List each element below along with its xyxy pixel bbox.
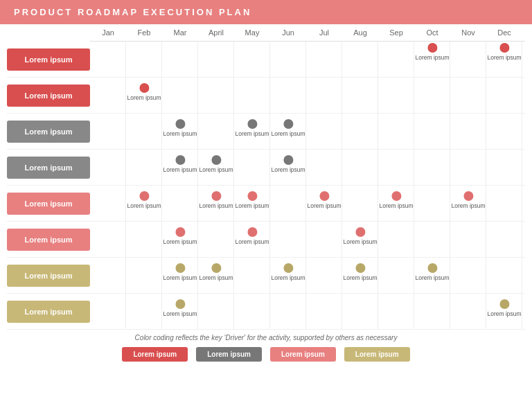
- row-content: Lorem ipsum: [90, 78, 525, 114]
- milestone-label: Lorem ipsum: [127, 94, 161, 101]
- milestone-label: Lorem ipsum: [163, 238, 197, 245]
- row-content: Lorem ipsumLorem ipsum: [90, 42, 525, 78]
- row-label: Lorem ipsum: [7, 229, 90, 251]
- milestone-dot: [499, 43, 509, 53]
- milestone: Lorem ipsum: [199, 155, 233, 173]
- table-row: Lorem ipsumLorem ipsumLorem ipsumLorem i…: [7, 222, 525, 258]
- milestone: Lorem ipsum: [163, 155, 197, 173]
- header: PRODUCT ROADMAP EXECUTION PLAN: [0, 0, 532, 24]
- milestone-dot: [139, 191, 149, 201]
- milestone: Lorem ipsum: [127, 83, 161, 101]
- milestone-label: Lorem ipsum: [127, 202, 161, 209]
- milestone-label: Lorem ipsum: [163, 274, 197, 281]
- milestone-dot: [175, 227, 185, 237]
- title: PRODUCT ROADMAP EXECUTION PLAN: [14, 7, 251, 17]
- milestone-label: Lorem ipsum: [343, 238, 377, 245]
- milestone-dot: [211, 155, 221, 165]
- month-label: Mar: [162, 24, 198, 41]
- month-label: Aug: [342, 24, 378, 41]
- milestone: Lorem ipsum: [379, 191, 413, 209]
- milestone-label: Lorem ipsum: [199, 202, 233, 209]
- milestone: Lorem ipsum: [163, 299, 197, 317]
- chart-area: JanFebMarAprilMayJunJulAugSepOctNovDec L…: [0, 24, 532, 330]
- milestone: Lorem ipsum: [271, 119, 305, 137]
- table-row: Lorem ipsumLorem ipsumLorem ipsumLorem i…: [7, 150, 525, 186]
- milestone-dot: [247, 191, 257, 201]
- gantt-body: Lorem ipsumLorem ipsumLorem ipsumLorem i…: [7, 42, 525, 330]
- milestone-dot: [175, 263, 185, 273]
- table-row: Lorem ipsumLorem ipsumLorem ipsumLorem i…: [7, 186, 525, 222]
- month-label: Oct: [414, 24, 450, 41]
- row-label: Lorem ipsum: [7, 121, 90, 143]
- milestone-dot: [139, 83, 149, 93]
- milestone-dot: [391, 191, 401, 201]
- milestone-label: Lorem ipsum: [415, 54, 449, 61]
- milestone-label: Lorem ipsum: [343, 274, 377, 281]
- table-row: Lorem ipsumLorem ipsumLorem ipsumLorem i…: [7, 258, 525, 294]
- month-label: April: [198, 24, 234, 41]
- milestone-dot: [319, 191, 329, 201]
- milestone-label: Lorem ipsum: [451, 202, 485, 209]
- month-label: Jul: [306, 24, 342, 41]
- milestone: Lorem ipsum: [307, 191, 341, 209]
- month-label: Sep: [378, 24, 414, 41]
- months-row: JanFebMarAprilMayJunJulAugSepOctNovDec: [90, 24, 525, 42]
- milestone-dot: [211, 191, 221, 201]
- legend: Lorem ipsumLorem ipsumLorem ipsumLorem i…: [0, 344, 532, 364]
- month-label: Nov: [450, 24, 486, 41]
- milestone-dot: [283, 155, 293, 165]
- month-label: Dec: [486, 24, 522, 41]
- milestone-label: Lorem ipsum: [163, 166, 197, 173]
- milestone: Lorem ipsum: [343, 227, 377, 245]
- milestone-label: Lorem ipsum: [487, 54, 521, 61]
- milestone: Lorem ipsum: [451, 191, 485, 209]
- legend-item: Lorem ipsum: [270, 347, 336, 362]
- table-row: Lorem ipsumLorem ipsumLorem ipsum: [7, 294, 525, 330]
- month-label: May: [234, 24, 270, 41]
- milestone-label: Lorem ipsum: [271, 130, 305, 137]
- row-content: Lorem ipsumLorem ipsumLorem ipsum: [90, 222, 525, 258]
- row-label: Lorem ipsum: [7, 301, 90, 323]
- milestone-dot: [175, 119, 185, 129]
- milestone-dot: [283, 263, 293, 273]
- milestone-label: Lorem ipsum: [271, 166, 305, 173]
- milestone: Lorem ipsum: [199, 263, 233, 281]
- milestone: Lorem ipsum: [343, 263, 377, 281]
- milestone-dot: [463, 191, 473, 201]
- milestone: Lorem ipsum: [415, 263, 449, 281]
- milestone-label: Lorem ipsum: [199, 166, 233, 173]
- milestone-dot: [355, 227, 365, 237]
- milestone-label: Lorem ipsum: [379, 202, 413, 209]
- milestone: Lorem ipsum: [235, 119, 269, 137]
- footer-note: Color coding reflects the key 'Driver' f…: [0, 330, 532, 344]
- milestone: Lorem ipsum: [415, 43, 449, 62]
- milestone-dot: [175, 155, 185, 165]
- milestone-label: Lorem ipsum: [235, 202, 269, 209]
- row-label: Lorem ipsum: [7, 157, 90, 179]
- milestone-label: Lorem ipsum: [235, 238, 269, 245]
- table-row: Lorem ipsumLorem ipsumLorem ipsumLorem i…: [7, 114, 525, 150]
- milestone-dot: [175, 299, 185, 309]
- milestone-dot: [427, 43, 437, 53]
- milestone-label: Lorem ipsum: [415, 274, 449, 281]
- milestone: Lorem ipsum: [127, 191, 161, 209]
- milestone: Lorem ipsum: [163, 227, 197, 245]
- month-label: Jun: [270, 24, 306, 41]
- milestone: Lorem ipsum: [487, 299, 521, 317]
- milestone: Lorem ipsum: [487, 43, 521, 62]
- milestone-label: Lorem ipsum: [487, 310, 521, 317]
- milestone-dot: [499, 299, 509, 309]
- milestone-label: Lorem ipsum: [199, 274, 233, 281]
- milestone-label: Lorem ipsum: [163, 130, 197, 137]
- row-content: Lorem ipsumLorem ipsumLorem ipsum: [90, 114, 525, 150]
- milestone: Lorem ipsum: [163, 119, 197, 137]
- row-content: Lorem ipsumLorem ipsum: [90, 294, 525, 330]
- row-content: Lorem ipsumLorem ipsumLorem ipsumLorem i…: [90, 186, 525, 222]
- milestone-dot: [247, 227, 257, 237]
- milestone: Lorem ipsum: [235, 191, 269, 209]
- milestone-label: Lorem ipsum: [235, 130, 269, 137]
- legend-item: Lorem ipsum: [344, 347, 410, 362]
- milestone-label: Lorem ipsum: [271, 274, 305, 281]
- milestone: Lorem ipsum: [271, 263, 305, 281]
- row-label: Lorem ipsum: [7, 85, 90, 107]
